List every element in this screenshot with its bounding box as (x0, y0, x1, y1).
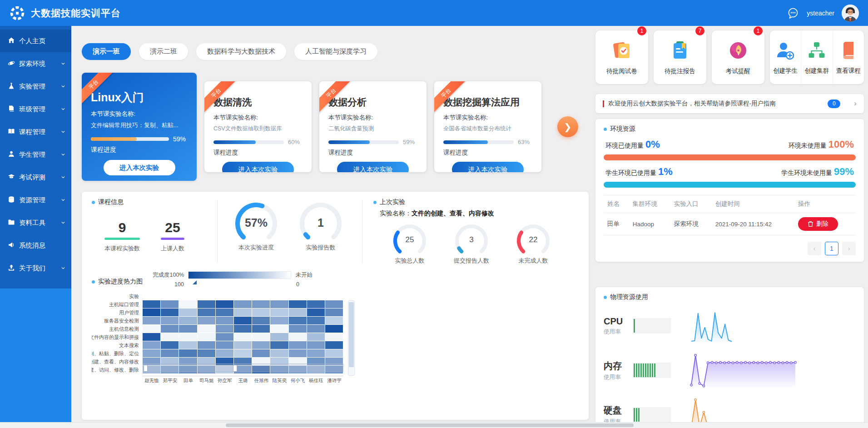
heatmap-cell[interactable] (270, 300, 288, 308)
course-card-linux[interactable]: 平台 Linux入门 本节课实验名称: 文件编辑常用技巧：复制、粘贴... 59… (82, 73, 197, 181)
tab-class-3[interactable]: 数据科学与大数据技术 (196, 43, 286, 60)
heatmap-cell[interactable] (307, 325, 325, 333)
current-page-button[interactable]: 1 (825, 242, 838, 255)
heatmap-cell[interactable] (143, 325, 160, 333)
heatmap-cell[interactable] (234, 341, 252, 349)
heatmap-cell[interactable] (216, 309, 233, 316)
legend-handle-icon[interactable] (193, 280, 197, 284)
heatmap-cell[interactable] (198, 341, 215, 349)
heatmap-cell[interactable] (325, 341, 343, 349)
heatmap-cell[interactable] (325, 349, 343, 357)
heatmap-cell[interactable] (198, 325, 215, 333)
heatmap-cell[interactable] (289, 325, 307, 333)
heatmap-cell[interactable] (234, 325, 252, 333)
heatmap-cell[interactable] (307, 349, 325, 357)
course-card-cleaning[interactable]: 平台 数据清洗 本节课实验名称: CSV文件数据抽取到数据库 60% 课程进度 … (204, 81, 312, 172)
heatmap-cell[interactable] (179, 349, 197, 357)
heatmap-cell[interactable] (161, 349, 179, 357)
enter-experiment-button[interactable]: 进入本次实验 (337, 162, 409, 172)
exam-reminder-card[interactable]: 1 考试提醒 (712, 30, 764, 84)
view-course-action[interactable]: 查看课程 (833, 30, 864, 84)
heatmap-cell[interactable] (270, 349, 288, 357)
heatmap-cell[interactable] (234, 317, 252, 324)
tab-class-1[interactable]: 演示一班 (82, 43, 131, 60)
heatmap-cell[interactable] (143, 333, 160, 341)
heatmap-cell[interactable] (325, 317, 343, 324)
slider-handle[interactable] (233, 365, 237, 372)
heatmap-cell[interactable] (307, 317, 325, 324)
heatmap-cell[interactable] (143, 341, 160, 349)
heatmap-cell[interactable] (234, 300, 252, 308)
sidebar-item-classes[interactable]: 班级管理 (0, 98, 71, 120)
messages-icon[interactable] (787, 7, 799, 20)
heatmap-cell[interactable] (289, 300, 307, 308)
heatmap-cell[interactable] (325, 309, 343, 316)
next-page-button[interactable]: › (842, 242, 856, 255)
slider-handle[interactable] (144, 365, 148, 372)
heatmap-cell[interactable] (270, 341, 288, 349)
create-student-action[interactable]: 创建学生 (770, 30, 801, 84)
heatmap-cell[interactable] (252, 309, 270, 316)
sidebar-item-explore[interactable]: 探索环境 (0, 52, 71, 75)
sidebar-item-tools[interactable]: 资料工具 (0, 211, 71, 234)
heatmap-cell[interactable] (216, 341, 233, 349)
heatmap-cell[interactable] (161, 300, 179, 308)
heatmap-cell[interactable] (270, 309, 288, 316)
tab-class-2[interactable]: 演示二班 (139, 43, 188, 60)
heatmap-cell[interactable] (289, 349, 307, 357)
heatmap-cell[interactable] (289, 333, 307, 341)
heatmap-cell[interactable] (252, 325, 270, 333)
page-horizontal-scrollbar[interactable] (0, 422, 868, 428)
heatmap-cell[interactable] (252, 349, 270, 357)
heatmap-cell[interactable] (289, 309, 307, 316)
heatmap-horizontal-scrollbar[interactable] (143, 363, 343, 372)
heatmap-cell[interactable] (143, 309, 160, 316)
sidebar-item-students[interactable]: 学生管理 (0, 143, 71, 166)
heatmap-cell[interactable] (216, 300, 233, 308)
heatmap-cell[interactable] (270, 317, 288, 324)
heatmap-cell[interactable] (289, 341, 307, 349)
heatmap-cell[interactable] (179, 333, 197, 341)
enter-experiment-button[interactable]: 进入本次实验 (452, 162, 524, 172)
heatmap-cell[interactable] (198, 349, 215, 357)
heatmap-cell[interactable] (143, 349, 160, 357)
heatmap-cell[interactable] (216, 349, 233, 357)
sidebar-item-about[interactable]: 关于我们 (0, 257, 71, 279)
heatmap-cell[interactable] (198, 309, 215, 316)
chevron-right-icon[interactable]: › (854, 99, 857, 108)
heatmap-cell[interactable] (270, 325, 288, 333)
course-card-mining[interactable]: 平台 数据挖掘算法应用 本节课实验名称: 全国各省城市数量分布统计 63% 课程… (434, 81, 541, 172)
heatmap-cell[interactable] (216, 333, 233, 341)
heatmap-cell[interactable] (289, 317, 307, 324)
scrollbar-thumb[interactable] (226, 423, 634, 427)
heatmap-cell[interactable] (161, 309, 179, 316)
carousel-next-button[interactable]: ❯ (557, 116, 578, 137)
heatmap-cell[interactable] (307, 300, 325, 308)
heatmap-cell[interactable] (179, 309, 197, 316)
heatmap-cell[interactable] (161, 317, 179, 324)
delete-button[interactable]: 删除 (798, 217, 838, 231)
sidebar-item-courses[interactable]: 课程管理 (0, 120, 71, 143)
heatmap-cell[interactable] (234, 333, 252, 341)
heatmap-cell[interactable] (234, 349, 252, 357)
heatmap-cell[interactable] (325, 333, 343, 341)
sidebar-item-exams[interactable]: 考试评测 (0, 166, 71, 189)
heatmap-cell[interactable] (252, 300, 270, 308)
heatmap-cell[interactable] (325, 300, 343, 308)
heatmap-cell[interactable] (325, 325, 343, 333)
heatmap-cell[interactable] (143, 317, 160, 324)
enter-experiment-button[interactable]: 进入本次实验 (104, 160, 175, 175)
heatmap-cell[interactable] (307, 341, 325, 349)
enter-experiment-button[interactable]: 进入本次实验 (222, 162, 294, 172)
sidebar-item-messages[interactable]: 系统消息 (0, 234, 71, 257)
heatmap-cell[interactable] (216, 325, 233, 333)
pending-exams-card[interactable]: 1 待批阅试卷 (595, 30, 648, 84)
heatmap-cell[interactable] (143, 300, 160, 308)
heatmap-cell[interactable] (252, 333, 270, 341)
heatmap-cell[interactable] (179, 317, 197, 324)
heatmap-cell[interactable] (161, 325, 179, 333)
heatmap-cell[interactable] (252, 341, 270, 349)
cell-entry[interactable]: 探索环境 (670, 213, 712, 235)
notice-bar[interactable]: 欢迎使用云创大数据实验平台，相关帮助请参照课程-用户指南 0 › (595, 94, 864, 113)
heatmap-cell[interactable] (179, 300, 197, 308)
